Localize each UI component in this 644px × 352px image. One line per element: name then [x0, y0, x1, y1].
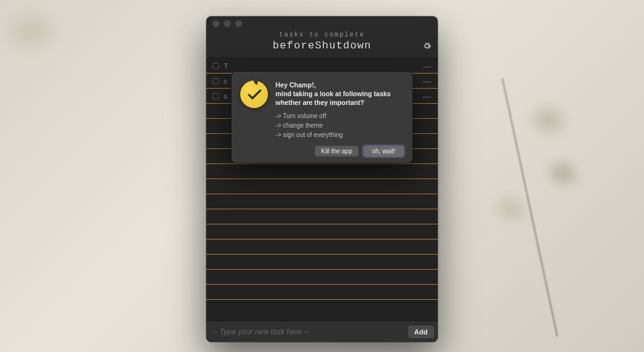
remove-task-icon[interactable]: —	[423, 77, 431, 85]
task-text: s	[224, 92, 228, 100]
task-checkbox[interactable]	[213, 78, 219, 84]
dialog-message: Hey Champ!, mind taking a look at follow…	[275, 80, 404, 140]
new-task-input[interactable]	[213, 327, 403, 336]
dialog-task-list: -> Turn volume off-> change theme-> sign…	[275, 111, 404, 140]
task-row[interactable]	[206, 209, 438, 224]
titlebar	[206, 16, 438, 30]
zoom-traffic-light[interactable]	[235, 20, 242, 27]
dialog-task-item: -> Turn volume off	[275, 111, 404, 121]
remove-task-icon[interactable]: —	[423, 62, 431, 70]
wait-button[interactable]: oh, wait!	[364, 146, 404, 157]
app-title: beforeShutdown	[206, 40, 438, 52]
minimize-traffic-light[interactable]	[224, 20, 231, 27]
confirm-dialog: Hey Champ!, mind taking a look at follow…	[231, 72, 413, 163]
close-traffic-light[interactable]	[213, 20, 219, 27]
task-row[interactable]	[206, 164, 438, 179]
subtitle: tasks to complete	[206, 31, 438, 38]
task-row[interactable]	[206, 194, 438, 209]
remove-task-icon[interactable]: —	[423, 92, 431, 101]
gear-icon[interactable]	[423, 41, 431, 52]
task-row[interactable]	[206, 285, 438, 300]
task-row[interactable]	[206, 239, 438, 255]
app-window: tasks to complete beforeShutdown T—c—s— …	[206, 16, 438, 342]
task-row[interactable]	[206, 270, 438, 285]
dialog-task-item: -> change theme	[275, 121, 404, 130]
task-text: c	[224, 77, 228, 85]
header: tasks to complete beforeShutdown	[206, 30, 438, 58]
lemon-check-icon	[240, 80, 268, 108]
dialog-greeting: Hey Champ!,	[275, 80, 404, 89]
task-row[interactable]	[206, 224, 438, 239]
task-checkbox[interactable]	[213, 63, 219, 69]
task-row[interactable]	[206, 255, 438, 270]
task-row[interactable]	[206, 179, 438, 194]
footer: Add	[206, 321, 438, 342]
task-checkbox[interactable]	[213, 93, 219, 99]
dialog-question: mind taking a look at following tasks wh…	[275, 89, 404, 107]
add-button[interactable]: Add	[408, 326, 434, 338]
dialog-task-item: -> sign out of everything	[275, 130, 404, 140]
kill-app-button[interactable]: Kill the app	[315, 146, 358, 157]
task-text: T	[224, 62, 228, 70]
